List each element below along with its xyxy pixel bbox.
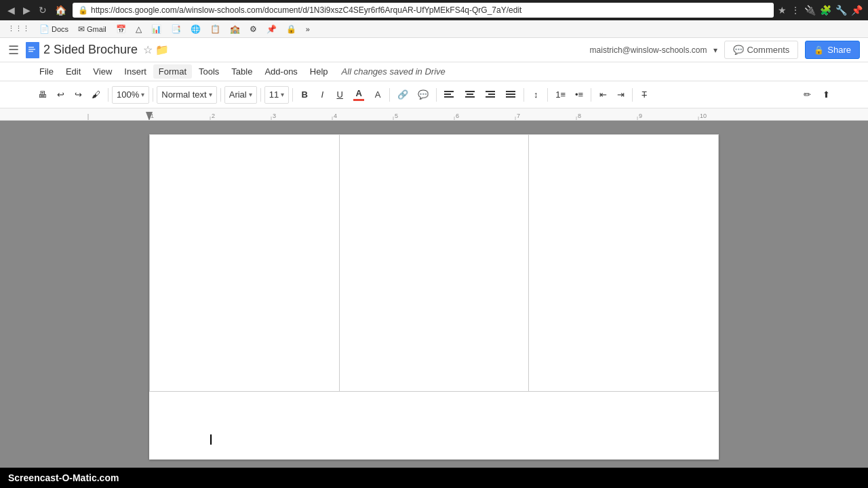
bookmark-keep[interactable]: 📌 — [263, 23, 280, 35]
pencil-button[interactable]: ✏ — [799, 86, 815, 104]
bookmark-calendar[interactable]: 📅 — [113, 23, 130, 35]
bookmark-sites[interactable]: 🌐 — [187, 23, 204, 35]
bulleted-list-button[interactable]: •≡ — [571, 86, 587, 104]
bookmark-drive[interactable]: △ — [132, 23, 145, 35]
bookmark-admin[interactable]: ⚙ — [246, 23, 260, 35]
nav-forward-btn[interactable]: ▶ — [21, 3, 33, 17]
bookmark-classroom[interactable]: 🏫 — [226, 23, 243, 35]
clear-formatting-button[interactable]: T — [636, 86, 652, 104]
document-title[interactable]: 2 Sided Brochure — [43, 43, 138, 57]
menu-view[interactable]: View — [87, 64, 117, 79]
bookmark-star-icon[interactable]: ★ — [778, 5, 787, 16]
table-cell-3[interactable] — [529, 135, 719, 392]
menu-insert[interactable]: Insert — [119, 64, 152, 79]
menu-tools[interactable]: Tools — [193, 64, 224, 79]
undo-button[interactable]: ↩ — [52, 86, 68, 104]
text-color-button[interactable]: A — [349, 86, 368, 104]
redo-button[interactable]: ↪ — [70, 86, 86, 104]
nav-home-btn[interactable]: 🏠 — [53, 3, 68, 17]
nav-refresh-btn[interactable]: ↻ — [37, 3, 49, 17]
increase-indent-button[interactable]: ⇥ — [612, 86, 629, 104]
menu-table[interactable]: Table — [226, 64, 258, 79]
svg-rect-2 — [28, 49, 35, 50]
url-text: https://docs.google.com/a/winslow-school… — [91, 5, 521, 15]
bookmark-docs[interactable]: 📄 Docs — [36, 23, 72, 35]
table-cell-2[interactable] — [339, 135, 529, 392]
comments-button[interactable]: 💬 Comments — [724, 41, 798, 59]
svg-rect-15 — [506, 96, 515, 98]
zoom-selector[interactable]: 100% ▾ — [112, 86, 149, 104]
toolbar-expand-button[interactable]: ⬆ — [818, 86, 834, 104]
nav-back-btn[interactable]: ◀ — [5, 3, 17, 17]
decrease-indent-button[interactable]: ⇤ — [595, 86, 611, 104]
account-dropdown-icon[interactable]: ▾ — [713, 45, 717, 55]
bookmark-apps[interactable]: ⋮⋮⋮ — [4, 23, 33, 35]
sheets-icon: 📊 — [151, 24, 161, 34]
apps-icon: ⋮⋮⋮ — [7, 24, 30, 33]
document-table[interactable] — [149, 134, 719, 392]
menu-addons[interactable]: Add-ons — [259, 64, 302, 79]
lock-icon: 🔒 — [78, 5, 88, 15]
extension-icon-1[interactable]: 🔌 — [804, 5, 816, 16]
bookmark-forms[interactable]: 📋 — [207, 23, 224, 35]
bookmark-more[interactable]: » — [302, 24, 313, 35]
size-dropdown-arrow: ▾ — [281, 91, 284, 98]
numbered-list-button[interactable]: 1≡ — [551, 86, 570, 104]
bookmark-vault[interactable]: 🔒 — [283, 23, 300, 35]
undo-icon: ↩ — [57, 89, 64, 100]
svg-rect-12 — [486, 96, 495, 98]
menu-help[interactable]: Help — [304, 64, 334, 79]
style-selector[interactable]: Normal text ▾ — [157, 86, 216, 104]
italic-button[interactable]: I — [314, 86, 330, 104]
font-dropdown-arrow: ▾ — [249, 91, 252, 98]
line-spacing-button[interactable]: ↕ — [528, 86, 544, 104]
svg-rect-11 — [488, 94, 495, 95]
align-right-icon — [485, 90, 496, 100]
bold-icon: B — [302, 89, 308, 100]
align-justify-icon — [505, 90, 516, 100]
align-center-button[interactable] — [460, 86, 479, 104]
svg-rect-6 — [444, 96, 454, 98]
extension-icon-4[interactable]: 📌 — [851, 5, 863, 16]
align-left-button[interactable] — [440, 86, 459, 104]
extension-icon-2[interactable]: 🧩 — [820, 5, 831, 16]
browser-menu-icon[interactable]: ⋮ — [791, 5, 800, 16]
divider-5 — [292, 88, 293, 102]
align-justify-button[interactable] — [501, 86, 520, 104]
sidebar-toggle-btn[interactable]: ☰ — [8, 43, 19, 58]
bookmark-gmail[interactable]: ✉ Gmail — [75, 23, 110, 35]
print-button[interactable]: 🖶 — [34, 86, 51, 104]
menu-edit[interactable]: Edit — [60, 64, 86, 79]
more-bookmarks-icon: » — [306, 25, 310, 33]
bookmark-sheets[interactable]: 📊 — [148, 23, 165, 35]
screencast-watermark: Screencast-O-Matic.com — [0, 468, 868, 473]
sites-icon: 🌐 — [191, 24, 201, 34]
font-selector[interactable]: Arial ▾ — [224, 86, 257, 104]
highlight-color-button[interactable]: A — [370, 86, 386, 104]
svg-text:9: 9 — [639, 113, 642, 119]
share-button[interactable]: 🔒 Share — [805, 41, 860, 59]
browser-actions: ★ ⋮ 🔌 🧩 🔧 📌 — [778, 5, 863, 16]
size-selector[interactable]: 11 ▾ — [264, 86, 289, 104]
extension-icon-3[interactable]: 🔧 — [835, 5, 847, 16]
menu-file[interactable]: File — [34, 64, 59, 79]
calendar-icon: 📅 — [116, 24, 126, 34]
bookmark-slides[interactable]: 📑 — [167, 23, 184, 35]
keep-icon: 📌 — [267, 24, 277, 34]
text-cursor: I — [209, 432, 213, 447]
star-icon[interactable]: ☆ — [143, 43, 153, 56]
svg-rect-14 — [506, 94, 515, 95]
svg-rect-9 — [465, 96, 475, 98]
underline-button[interactable]: U — [332, 86, 348, 104]
folder-icon[interactable]: 📁 — [155, 43, 169, 56]
paint-format-button[interactable]: 🖌 — [87, 86, 104, 104]
bold-button[interactable]: B — [296, 86, 313, 104]
comment-button[interactable]: 💬 — [414, 86, 433, 104]
divider-3 — [220, 88, 221, 102]
document-area[interactable]: I — [0, 121, 868, 473]
menu-format[interactable]: Format — [153, 64, 192, 79]
address-bar[interactable]: 🔒 https://docs.google.com/a/winslow-scho… — [73, 3, 774, 18]
table-cell-1[interactable] — [150, 135, 340, 392]
link-button[interactable]: 🔗 — [393, 86, 412, 104]
align-right-button[interactable] — [481, 86, 500, 104]
